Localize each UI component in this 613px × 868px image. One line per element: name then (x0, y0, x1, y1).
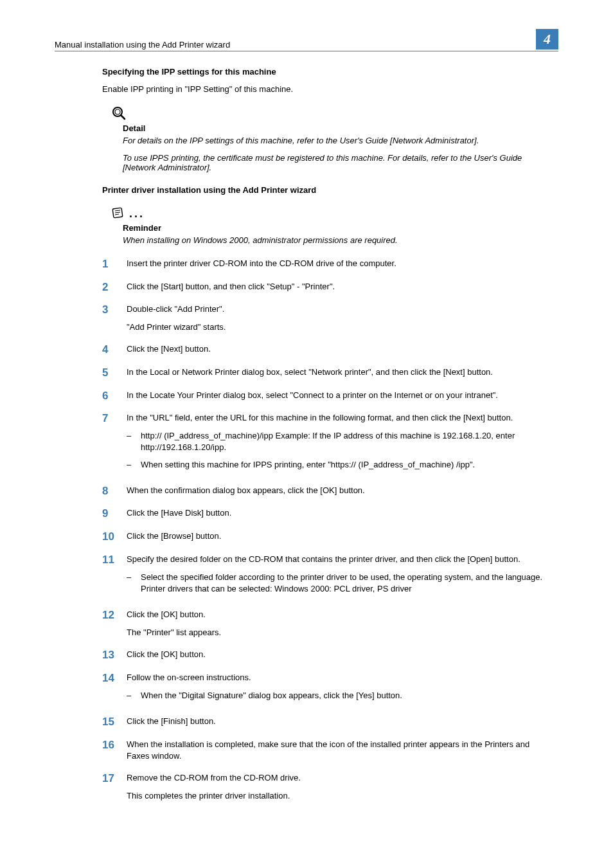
step-body: When the confirmation dialog box appears… (127, 485, 553, 498)
step-text: "Add Printer wizard" starts. (127, 321, 553, 333)
step-text: When the confirmation dialog box appears… (127, 485, 553, 496)
step-text: Click the [Have Disk] button. (127, 507, 553, 519)
reminder-note: ... Reminder When installing on Windows … (102, 206, 553, 245)
step-body: Insert the printer driver CD-ROM into th… (127, 258, 553, 271)
step-text: Insert the printer driver CD-ROM into th… (127, 258, 553, 269)
svg-line-6 (115, 214, 119, 215)
svg-line-2 (121, 115, 125, 119)
step-body: In the Locate Your Printer dialog box, s… (127, 390, 553, 402)
step-body: Click the [Next] button. (127, 343, 553, 356)
step-number: 2 (102, 281, 127, 294)
step-body: Click the [OK] button.The "Printer" list… (127, 609, 553, 638)
step: 15Click the [Finish] button. (102, 716, 553, 728)
step-number: 7 (102, 412, 127, 475)
step-text: Click the [Finish] button. (127, 716, 553, 727)
step-sub: –Select the specified folder according t… (127, 572, 553, 595)
step-text: Follow the on-screen instructions. (127, 672, 553, 683)
step-body: Follow the on-screen instructions.–When … (127, 672, 553, 705)
step-number: 6 (102, 390, 127, 402)
step-text: The "Printer" list appears. (127, 627, 553, 638)
step: 11Specify the desired folder on the CD-R… (102, 554, 553, 599)
step: 12Click the [OK] button.The "Printer" li… (102, 609, 553, 638)
chapter-badge: 4 (536, 29, 558, 50)
step-sub: –http:// (IP_address_of_machine)/ipp Exa… (127, 430, 553, 453)
reminder-icon-row: ... (111, 206, 553, 221)
step: 16When the installation is completed, ma… (102, 739, 553, 762)
magnifier-icon (111, 105, 127, 121)
step-body: Click the [Start] button, and then click… (127, 281, 553, 294)
step: 4Click the [Next] button. (102, 343, 553, 356)
header-title: Manual installation using the Add Printe… (55, 40, 230, 50)
step-text: This completes the printer driver instal… (127, 790, 553, 802)
svg-point-1 (115, 109, 120, 114)
dash-icon: – (127, 430, 141, 453)
step-number: 8 (102, 485, 127, 498)
step-body: Click the [Have Disk] button. (127, 507, 553, 520)
step-number: 11 (102, 554, 127, 599)
step: 17Remove the CD-ROM from the CD-ROM driv… (102, 772, 553, 802)
step-text: Click the [Start] button, and then click… (127, 281, 553, 293)
dots-icon: ... (129, 210, 145, 217)
step-body: In the "URL" field, enter the URL for th… (127, 412, 553, 475)
detail-note: Detail For details on the IPP settings o… (102, 105, 553, 172)
step-sub-text: When setting this machine for IPPS print… (141, 459, 553, 471)
step: 1Insert the printer driver CD-ROM into t… (102, 258, 553, 271)
step-number: 16 (102, 739, 127, 762)
step: 10Click the [Browse] button. (102, 530, 553, 543)
step-number: 12 (102, 609, 127, 638)
page: Manual installation using the Add Printe… (0, 0, 613, 868)
svg-line-4 (115, 210, 120, 211)
step: 6In the Locate Your Printer dialog box, … (102, 390, 553, 402)
step-number: 14 (102, 672, 127, 705)
step-sub: –When setting this machine for IPPS prin… (127, 459, 553, 471)
step-sub-text: When the "Digital Signature" dialog box … (141, 690, 553, 701)
step-body: When the installation is completed, make… (127, 739, 553, 762)
step-number: 1 (102, 258, 127, 271)
step-number: 9 (102, 507, 127, 520)
step-body: In the Local or Network Printer dialog b… (127, 366, 553, 379)
step-text: In the "URL" field, enter the URL for th… (127, 412, 553, 424)
step-body: Click the [Finish] button. (127, 716, 553, 728)
step-number: 15 (102, 716, 127, 728)
step-text: Click the [OK] button. (127, 649, 553, 660)
detail-icon-row (111, 105, 553, 121)
reminder-p1: When installing on Windows 2000, adminis… (123, 235, 553, 245)
step-number: 4 (102, 343, 127, 356)
step: 13Click the [OK] button. (102, 649, 553, 662)
step-text: Click the [OK] button. (127, 609, 553, 620)
step-text: In the Local or Network Printer dialog b… (127, 366, 553, 378)
step-body: Specify the desired folder on the CD-ROM… (127, 554, 553, 599)
step: 7In the "URL" field, enter the URL for t… (102, 412, 553, 475)
dash-icon: – (127, 690, 141, 701)
step-number: 10 (102, 530, 127, 543)
svg-line-5 (115, 212, 120, 213)
step-number: 13 (102, 649, 127, 662)
step-text: Specify the desired folder on the CD-ROM… (127, 554, 553, 565)
step-text: Click the [Browse] button. (127, 530, 553, 542)
step: 8When the confirmation dialog box appear… (102, 485, 553, 498)
step-text: Remove the CD-ROM from the CD-ROM drive. (127, 772, 553, 784)
step-body: Double-click "Add Printer"."Add Printer … (127, 303, 553, 333)
steps-list: 1Insert the printer driver CD-ROM into t… (102, 258, 553, 802)
step-sub: –When the "Digital Signature" dialog box… (127, 690, 553, 701)
step-number: 3 (102, 303, 127, 333)
step: 14Follow the on-screen instructions.–Whe… (102, 672, 553, 705)
detail-p1: For details on the IPP settings of this … (123, 136, 553, 145)
step-body: Click the [Browse] button. (127, 530, 553, 543)
step-text: When the installation is completed, make… (127, 739, 553, 762)
ipp-body: Enable IPP printing in "IPP Setting" of … (102, 84, 553, 94)
step-number: 5 (102, 366, 127, 379)
dash-icon: – (127, 459, 141, 471)
step-sub-text: Select the specified folder according to… (141, 572, 553, 595)
dash-icon: – (127, 572, 141, 595)
note-icon (111, 206, 125, 221)
step-number: 17 (102, 772, 127, 802)
section-heading-ipp: Specifying the IPP settings for this mac… (102, 67, 553, 77)
step-sub-text: http:// (IP_address_of_machine)/ipp Exam… (141, 430, 553, 453)
reminder-label: Reminder (123, 223, 553, 233)
step: 9Click the [Have Disk] button. (102, 507, 553, 520)
step: 3Double-click "Add Printer"."Add Printer… (102, 303, 553, 333)
detail-label: Detail (123, 123, 553, 133)
content: Specifying the IPP settings for this mac… (102, 67, 553, 802)
step: 5In the Local or Network Printer dialog … (102, 366, 553, 379)
